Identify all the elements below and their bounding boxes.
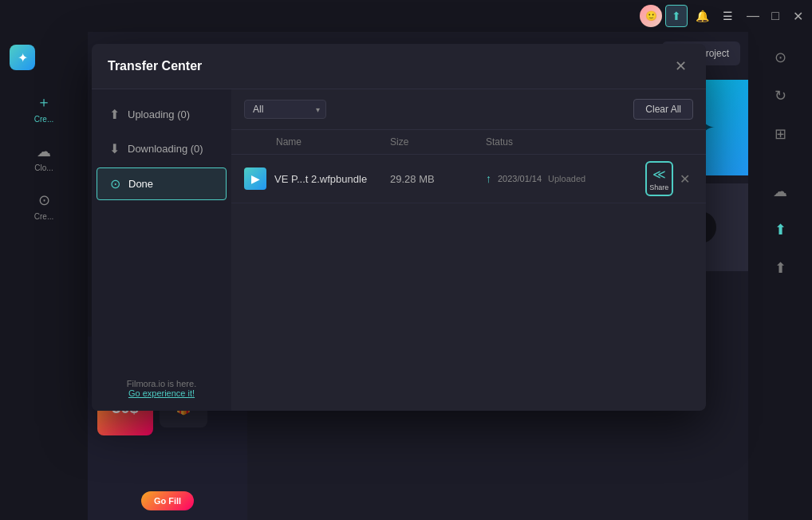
modal-table: ▶ VE P...t 2.wfpbundle 29.28 MB ↑ 2023/0… xyxy=(231,155,706,411)
nav-downloading-label: Downloading (0) xyxy=(128,143,203,155)
transfer-center-modal: Transfer Center ✕ ⬆ Uploading (0) ⬇ Down… xyxy=(92,44,706,411)
th-name: Name xyxy=(276,136,390,148)
file-size: 29.28 MB xyxy=(390,173,486,185)
status-date: 2023/01/14 xyxy=(498,174,542,183)
close-button[interactable]: ✕ xyxy=(790,8,806,24)
app-logo-icon: ✦ xyxy=(10,45,35,70)
go-fill-button[interactable]: Go Fill xyxy=(141,491,194,510)
file-icon: ▶ xyxy=(244,167,266,190)
user-avatar[interactable]: 🙂 xyxy=(640,5,662,27)
filter-wrapper: All Uploaded Downloaded xyxy=(244,100,326,119)
refresh-icon[interactable]: ↻ xyxy=(764,80,796,112)
sidebar-item-create2-label: Cre... xyxy=(34,212,53,221)
modal-nav: ⬆ Uploading (0) ⬇ Downloading (0) ⊙ Done… xyxy=(92,89,231,411)
th-icon xyxy=(244,136,276,148)
menu-icon[interactable]: ☰ xyxy=(716,5,739,27)
status-uploaded-text: Uploaded xyxy=(548,174,585,183)
nav-done-label: Done xyxy=(128,178,153,190)
delete-button[interactable]: ✕ xyxy=(676,167,693,190)
th-status: Status xyxy=(486,136,645,148)
uploading-icon: ⬆ xyxy=(109,107,120,122)
table-header: Name Size Status xyxy=(231,130,706,155)
sidebar-item-create[interactable]: ＋ Cre... xyxy=(0,86,88,130)
maximize-button[interactable]: □ xyxy=(767,8,783,24)
minimize-button[interactable]: — xyxy=(745,8,761,24)
grid-icon[interactable]: ⊞ xyxy=(764,118,796,150)
create-icon: ＋ xyxy=(37,93,51,112)
filter-select[interactable]: All Uploaded Downloaded xyxy=(244,100,326,119)
sidebar-item-create-label: Cre... xyxy=(34,115,53,124)
search-icon[interactable]: ⊙ xyxy=(764,41,796,73)
app-background: 🙂 ⬆ 🔔 ☰ — □ ✕ ✦ ＋ Cre... ☁ Clo... ⊙ Cre.… xyxy=(0,0,812,520)
table-row: ▶ VE P...t 2.wfpbundle 29.28 MB ↑ 2023/0… xyxy=(231,155,706,203)
modal-body: ⬆ Uploading (0) ⬇ Downloading (0) ⊙ Done… xyxy=(92,89,706,411)
sidebar: ✦ ＋ Cre... ☁ Clo... ⊙ Cre... xyxy=(0,32,88,520)
share-label: Share xyxy=(649,183,668,191)
file-info: ▶ VE P...t 2.wfpbundle xyxy=(244,167,390,190)
filmora-promo-text: Filmora.io is here. xyxy=(101,379,222,388)
logo-area: ✦ xyxy=(0,41,88,80)
upload-icon-rp2[interactable]: ⬆ xyxy=(764,252,796,284)
modal-title: Transfer Center xyxy=(108,59,202,73)
modal-content: All Uploaded Downloaded Clear All Name S… xyxy=(231,89,706,411)
share-button[interactable]: ≪ Share xyxy=(645,161,673,196)
modal-toolbar: All Uploaded Downloaded Clear All xyxy=(231,89,706,130)
th-size: Size xyxy=(390,136,486,148)
nav-uploading[interactable]: ⬆ Uploading (0) xyxy=(97,99,227,130)
upload-icon-rp[interactable]: ⬆ xyxy=(764,214,796,246)
filmora-promo-link[interactable]: Go experience it! xyxy=(101,388,222,398)
nav-downloading[interactable]: ⬇ Downloading (0) xyxy=(97,133,227,164)
sidebar-item-create2[interactable]: ⊙ Cre... xyxy=(0,185,88,227)
sidebar-item-cloud[interactable]: ☁ Clo... xyxy=(0,136,88,179)
modal-header: Transfer Center ✕ xyxy=(92,44,706,89)
file-status: ↑ 2023/01/14 Uploaded xyxy=(486,172,645,185)
file-actions: ≪ Share ✕ xyxy=(645,161,693,196)
sidebar-item-cloud-label: Clo... xyxy=(34,163,53,172)
notification-icon[interactable]: 🔔 xyxy=(691,5,713,27)
status-upload-arrow: ↑ xyxy=(486,172,491,185)
share-icon: ≪ xyxy=(652,167,666,182)
cloud-icon: ☁ xyxy=(37,143,51,160)
upload-icon[interactable]: ⬆ xyxy=(665,5,688,27)
modal-nav-footer: Filmora.io is here. Go experience it! xyxy=(92,379,231,398)
create2-icon: ⊙ xyxy=(38,191,50,209)
downloading-icon: ⬇ xyxy=(109,141,120,156)
file-name: VE P...t 2.wfpbundle xyxy=(274,173,367,185)
modal-close-button[interactable]: ✕ xyxy=(671,57,690,76)
nav-uploading-label: Uploading (0) xyxy=(128,108,190,120)
th-actions xyxy=(645,136,693,148)
right-panel: ⊙ ↻ ⊞ ☁ ⬆ ⬆ xyxy=(748,32,812,520)
nav-done[interactable]: ⊙ Done xyxy=(97,167,227,200)
clear-all-button[interactable]: Clear All xyxy=(633,99,693,120)
title-bar: 🙂 ⬆ 🔔 ☰ — □ ✕ xyxy=(0,0,812,32)
cloud-download-icon[interactable]: ☁ xyxy=(764,175,796,207)
done-icon: ⊙ xyxy=(110,176,120,191)
